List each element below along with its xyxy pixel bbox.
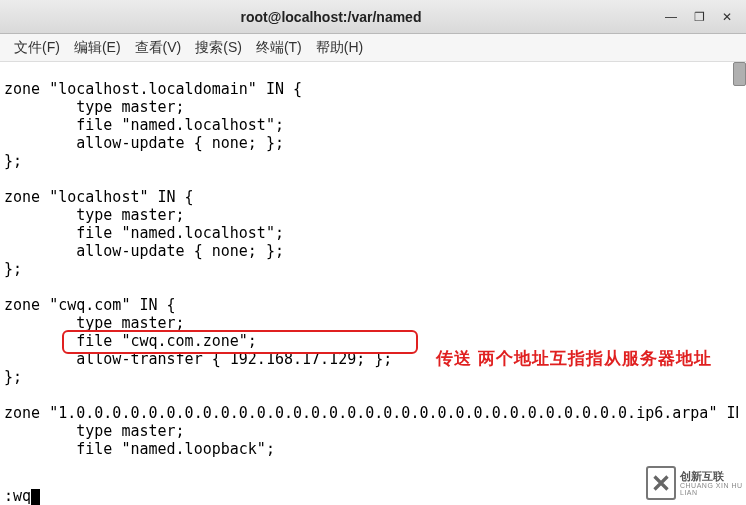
- menu-edit[interactable]: 编辑(E): [68, 37, 127, 59]
- menu-file[interactable]: 文件(F): [8, 37, 66, 59]
- annotation-text: 传送 两个地址互指指从服务器地址: [436, 346, 736, 372]
- menu-terminal[interactable]: 终端(T): [250, 37, 308, 59]
- menu-search[interactable]: 搜索(S): [189, 37, 248, 59]
- window-title: root@localhost:/var/named: [8, 9, 654, 25]
- close-button[interactable]: ✕: [716, 6, 738, 28]
- watermark-logo: 创新互联 CHUANG XIN HU LIAN: [646, 461, 746, 505]
- maximize-button[interactable]: ❐: [688, 6, 710, 28]
- logo-icon: [646, 466, 676, 500]
- logo-name: 创新互联: [680, 471, 746, 482]
- menu-view[interactable]: 查看(V): [129, 37, 188, 59]
- menubar: 文件(F) 编辑(E) 查看(V) 搜索(S) 终端(T) 帮助(H): [0, 34, 746, 62]
- vim-command-line[interactable]: :wq: [4, 487, 40, 505]
- scrollbar-vertical[interactable]: [733, 62, 746, 86]
- minimize-button[interactable]: —: [660, 6, 682, 28]
- titlebar: root@localhost:/var/named — ❐ ✕: [0, 0, 746, 34]
- text-cursor: [31, 489, 40, 505]
- menu-help[interactable]: 帮助(H): [310, 37, 369, 59]
- logo-subtitle: CHUANG XIN HU LIAN: [680, 482, 746, 496]
- editor-content[interactable]: zone "localhost.localdomain" IN { type m…: [4, 62, 738, 505]
